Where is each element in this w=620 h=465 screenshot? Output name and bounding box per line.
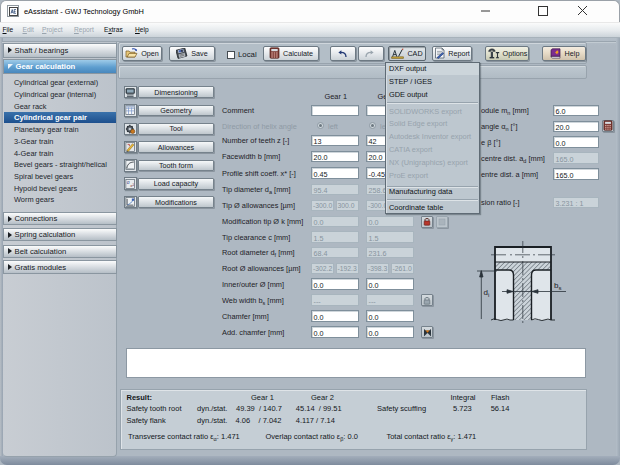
svg-text:σ: σ xyxy=(127,180,130,185)
svg-text:di: di xyxy=(484,288,490,298)
svg-text:x²: x² xyxy=(130,183,134,188)
svg-text:bs: bs xyxy=(554,281,561,291)
